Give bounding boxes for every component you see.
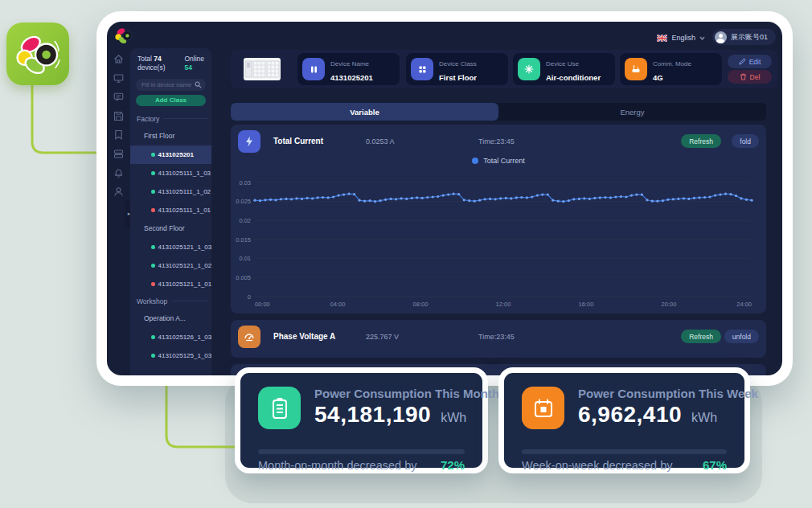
- tree-device[interactable]: 4131025121_1_02: [130, 256, 211, 275]
- tree-device[interactable]: 4131025121_1_01: [130, 275, 211, 293]
- app-logo-icon[interactable]: [114, 27, 133, 44]
- device-name-card: Device Name 4131025201: [297, 53, 400, 85]
- tree-group[interactable]: Factory: [130, 111, 211, 127]
- tree-device[interactable]: 4131025121_1_03: [130, 238, 211, 256]
- info-value: 4G: [653, 73, 663, 82]
- compare-value: 72%: [441, 458, 465, 472]
- tree-device[interactable]: 4131025111_1_02: [130, 182, 211, 201]
- device-info-bar: Device Name 4131025201 Device Class Firs…: [231, 50, 777, 88]
- tree-subgroup[interactable]: Operation A...: [130, 309, 211, 328]
- card-value: 6,962,410: [578, 402, 682, 428]
- svg-text:00:00: 00:00: [255, 301, 270, 308]
- device-class-card: Device Class First Floor: [406, 53, 508, 85]
- save-icon[interactable]: [113, 111, 124, 121]
- compare-label: Month-on-month decreased by: [258, 459, 416, 472]
- total-count: 74: [154, 55, 161, 63]
- phase-voltage-panel: Phase Voltage A 225.767 V Time:23:45 Ref…: [231, 320, 766, 358]
- monitor-icon[interactable]: [113, 73, 124, 84]
- unfold-button[interactable]: unfold: [724, 330, 759, 343]
- tree-device-selected[interactable]: 4131025201: [130, 145, 211, 164]
- status-dot-online: [151, 354, 155, 358]
- svg-text:0.005: 0.005: [236, 274, 251, 281]
- svg-text:24:00: 24:00: [736, 301, 752, 308]
- svg-text:0.015: 0.015: [236, 236, 251, 244]
- svg-text:0.02: 0.02: [239, 217, 251, 224]
- status-dot-offline: [151, 282, 155, 286]
- add-class-button[interactable]: Add Class: [136, 95, 206, 106]
- status-dot-online: [151, 264, 155, 268]
- info-value: First Floor: [439, 73, 477, 82]
- account-name: 展示账号01: [731, 32, 768, 43]
- pause-icon: [302, 58, 325, 80]
- week-consumption-card: Power Consumption This Week 6,962,410kWh…: [498, 367, 750, 473]
- device-tree-list: Factory First Floor 4131025201 413102511…: [130, 111, 211, 365]
- svg-text:0.025: 0.025: [236, 198, 251, 205]
- app-launcher-icon[interactable]: [6, 23, 69, 85]
- card-value: 54,181,190: [314, 402, 431, 428]
- user-icon[interactable]: [113, 186, 124, 197]
- refresh-button[interactable]: Refresh: [681, 134, 721, 148]
- tree-device[interactable]: 4131025125_1_03: [130, 346, 211, 365]
- voltage-meter-icon: [238, 326, 260, 348]
- svg-text:0: 0: [248, 293, 251, 301]
- device-use-card: Device Use Air-conditioner: [513, 53, 615, 85]
- card-title: Power Consumption This Week: [578, 387, 758, 400]
- progress-track: [522, 449, 727, 454]
- tree-device[interactable]: 4131025111_1_01: [130, 201, 211, 219]
- edit-button[interactable]: Edit: [728, 55, 772, 68]
- avatar: [715, 31, 727, 43]
- status-dot-online: [151, 171, 155, 175]
- device-window-bezel: English 展示账号01: [96, 11, 793, 386]
- status-dot-online: [151, 153, 155, 157]
- svg-text:16:00: 16:00: [579, 301, 594, 308]
- device-photo-thumbnail[interactable]: [244, 58, 281, 80]
- home-icon[interactable]: [113, 54, 124, 64]
- brand-flower-icon: [14, 34, 61, 74]
- svg-text:08:00: 08:00: [413, 301, 429, 308]
- fold-button[interactable]: fold: [732, 134, 759, 148]
- info-label: Device Class: [439, 60, 477, 68]
- panel-header: Phase Voltage A 225.767 V Time:23:45 Ref…: [231, 320, 766, 354]
- language-selector[interactable]: English: [657, 31, 705, 45]
- tree-subgroup[interactable]: First Floor: [130, 127, 211, 145]
- grid-icon: [411, 58, 433, 80]
- search-icon: [195, 81, 202, 88]
- lightning-icon: [238, 130, 260, 153]
- panel-value: 0.0253 A: [366, 137, 395, 145]
- uk-flag-icon: [657, 35, 667, 42]
- month-consumption-card: Power Consumption This Month 54,181,190k…: [235, 367, 488, 473]
- alarm-icon[interactable]: [113, 167, 124, 178]
- panel-time: Time:23:45: [478, 333, 515, 341]
- card-unit: kWh: [441, 411, 466, 425]
- tab-variable[interactable]: Variable: [231, 103, 498, 121]
- status-dot-online: [151, 245, 155, 249]
- language-label: English: [671, 34, 695, 42]
- tree-group[interactable]: Workshop: [130, 293, 211, 309]
- tree-device[interactable]: 4131025126_1_03: [130, 328, 211, 346]
- trash-icon: [740, 73, 747, 80]
- card-title: Power Consumption This Month: [314, 387, 499, 400]
- air-conditioner-icon: [518, 58, 540, 80]
- status-dot-online: [151, 190, 155, 194]
- delete-button[interactable]: Del: [728, 70, 772, 84]
- tab-energy[interactable]: Energy: [498, 103, 766, 121]
- info-label: Comm. Mode: [653, 60, 691, 68]
- message-icon[interactable]: [113, 92, 124, 102]
- app-screen: English 展示账号01: [107, 22, 782, 375]
- pencil-icon: [739, 58, 746, 65]
- bookmark-icon[interactable]: [113, 129, 124, 140]
- tree-subgroup[interactable]: Second Floor: [130, 219, 211, 238]
- device-search: [136, 79, 206, 91]
- panel-header: Total Current 0.0253 A Time:23:45 Refres…: [231, 125, 766, 158]
- tree-device[interactable]: 4131025111_1_03: [130, 164, 211, 182]
- panel-time: Time:23:45: [478, 137, 515, 145]
- refresh-button[interactable]: Refresh: [681, 330, 721, 343]
- device-tree-panel: Total 74 device(s) Online 54 Add Class F…: [130, 48, 211, 375]
- comm-mode-card: Comm. Mode 4G: [620, 53, 722, 85]
- battery-meter-icon: [258, 387, 301, 429]
- layers-icon[interactable]: [113, 149, 124, 159]
- svg-text:0.03: 0.03: [239, 179, 251, 186]
- progress-track: [258, 449, 465, 454]
- info-label: Device Name: [330, 60, 369, 68]
- account-menu[interactable]: 展示账号01: [712, 29, 776, 45]
